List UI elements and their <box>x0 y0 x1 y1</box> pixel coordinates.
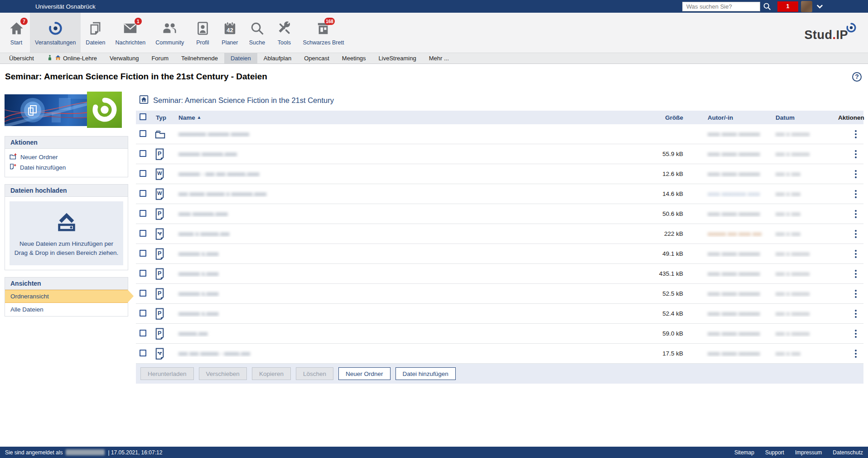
view-ordneransicht[interactable]: Ordneransicht <box>5 290 128 303</box>
tab-forum[interactable]: Forum <box>145 53 175 63</box>
row-checkbox[interactable] <box>140 270 146 277</box>
file-author-redacted[interactable]: xxxx xxxxx xxxxxxx <box>708 210 760 217</box>
row-checkbox[interactable] <box>140 170 146 177</box>
column-author[interactable]: Autor/-in <box>702 114 770 121</box>
toolbar-item-planer[interactable]: 42Planer <box>216 13 243 53</box>
row-actions-menu[interactable] <box>853 208 858 220</box>
file-name-redacted[interactable]: xxxxx x xxxxxx.xxx <box>178 230 230 237</box>
help-icon[interactable]: ? <box>852 72 862 82</box>
column-date[interactable]: Datum <box>770 114 838 121</box>
file-author-redacted[interactable]: xxxx xxxxxxxx xxxx <box>708 190 760 197</box>
action-neuer-ordner[interactable]: Neuer Ordner <box>10 152 123 162</box>
avatar[interactable] <box>801 1 812 12</box>
file-name-redacted[interactable]: xxxx xxxxxxx.xxxx <box>178 210 228 217</box>
file-author-redacted[interactable]: xxxx xxxxx xxxxxxx <box>708 151 760 157</box>
university-name[interactable]: Universität Osnabrück <box>35 3 96 10</box>
footer-link-datenschutz[interactable]: Datenschutz <box>833 449 863 456</box>
view-alle-dateien[interactable]: Alle Dateien <box>5 303 128 316</box>
row-actions-menu[interactable] <box>853 128 858 140</box>
row-checkbox[interactable] <box>140 230 146 237</box>
file-name-redacted[interactable]: xxx xxxxx xxxxxx x xxxxxxx.xxxx <box>178 190 266 197</box>
tab-mehr[interactable]: Mehr ... <box>423 53 455 63</box>
tab-opencast[interactable]: Opencast <box>298 53 336 63</box>
notification-count-badge[interactable]: 1 <box>777 1 798 12</box>
file-name-redacted[interactable]: xxxxxxx x.xxxx <box>178 270 219 277</box>
column-name[interactable]: Name ▲ <box>172 114 625 121</box>
row-checkbox[interactable] <box>140 330 146 336</box>
file-name-redacted[interactable]: xxxxxxx - xxx xxx xxxxxx.xxxx <box>178 171 260 177</box>
tab-teilnehmende[interactable]: Teilnehmende <box>175 53 224 63</box>
row-actions-menu[interactable] <box>853 308 858 320</box>
column-size[interactable]: Größe <box>625 114 702 121</box>
tab-livestreaming[interactable]: LiveStreaming <box>372 53 423 63</box>
row-checkbox[interactable] <box>140 310 146 317</box>
toolbar-item-dateien[interactable]: Dateien <box>81 13 110 53</box>
file-author-redacted[interactable]: xxxx xxxxx xxxxxxx <box>708 171 760 177</box>
file-name-redacted[interactable]: xxxxxxx x.xxxx <box>178 310 219 317</box>
footer-link-impressum[interactable]: Impressum <box>795 449 822 456</box>
row-checkbox[interactable] <box>140 190 146 197</box>
neuer-ordner-button[interactable]: Neuer Ordner <box>338 367 391 380</box>
footer-link-support[interactable]: Support <box>765 449 784 456</box>
tab-übersicht[interactable]: Übersicht <box>3 53 40 63</box>
row-actions-menu[interactable] <box>853 328 858 340</box>
row-actions-menu[interactable] <box>853 268 858 280</box>
file-name-redacted[interactable]: xxx xxx xxxxxx - xxxxx.xxx <box>178 350 250 357</box>
file-author-redacted[interactable]: xxxx xxxxx xxxxxxx <box>708 290 760 297</box>
file-size: 50.6 kB <box>625 210 702 217</box>
row-actions-menu[interactable] <box>853 168 858 180</box>
ppt-icon: P <box>154 208 172 220</box>
tab-meetings[interactable]: Meetings <box>336 53 372 63</box>
toolbar-item-community[interactable]: Community <box>150 13 189 53</box>
toolbar-item-start[interactable]: 7Start <box>3 13 30 53</box>
file-author-redacted[interactable]: xxxx xxxxx xxxxxxx <box>708 270 760 277</box>
studip-logo: Stud.IP <box>804 28 848 42</box>
tab-verwaltung[interactable]: Verwaltung <box>103 53 145 63</box>
tab-dateien[interactable]: Dateien <box>224 53 257 63</box>
row-actions-menu[interactable] <box>853 188 858 200</box>
file-author-redacted[interactable]: xxxx xxxxx xxxxxxx <box>708 131 760 137</box>
tab-online-lehre[interactable]: Online-Lehre <box>40 53 103 63</box>
toolbar-item-schwarzes-brett[interactable]: 168Schwarzes Brett <box>298 13 349 53</box>
row-checkbox[interactable] <box>140 150 146 157</box>
global-search-input[interactable] <box>682 2 760 11</box>
toolbar-item-tools[interactable]: Tools <box>270 13 298 53</box>
file-author-redacted[interactable]: xxxx xxxxx xxxxxxx <box>708 350 760 357</box>
views-box-title: Ansichten <box>5 278 128 290</box>
toolbar-item-suche[interactable]: Suche <box>243 13 270 53</box>
file-name-redacted[interactable]: xxxxxxx x.xxxx <box>178 290 219 297</box>
file-name-redacted[interactable]: xxxxxxxxx xxxxxxx xxxxxx <box>178 131 249 137</box>
file-author-redacted[interactable]: xxxx xxxxx xxxxxxx <box>708 250 760 257</box>
file-author-redacted[interactable]: xxxx xxxxx xxxxxxx <box>708 330 760 337</box>
row-actions-menu[interactable] <box>853 248 858 260</box>
row-checkbox[interactable] <box>140 290 146 297</box>
table-header: Typ Name ▲ Größe Autor/-in Datum Aktione… <box>136 111 863 124</box>
row-checkbox[interactable] <box>140 350 146 356</box>
tab-ablaufplan[interactable]: Ablaufplan <box>257 53 298 63</box>
action-datei-hinzufügen[interactable]: Datei hinzufügen <box>10 162 123 173</box>
file-size: 14.6 kB <box>625 190 702 197</box>
datei-hinzufügen-button[interactable]: Datei hinzufügen <box>395 367 456 380</box>
column-typ[interactable]: Typ <box>152 114 172 121</box>
toolbar-item-profil[interactable]: Profil <box>189 13 216 53</box>
folder-breadcrumb-label[interactable]: Seminar: American Science Fiction in the… <box>153 96 334 105</box>
search-icon[interactable] <box>760 1 774 11</box>
toolbar-item-veranstaltungen[interactable]: Veranstaltungen <box>30 13 81 53</box>
row-checkbox[interactable] <box>140 210 146 217</box>
file-name-redacted[interactable]: xxxxxxx xxxxxxx.xxxx <box>178 151 237 157</box>
file-author-redacted[interactable]: xxxx xxxxx xxxxxxx <box>708 310 760 317</box>
row-checkbox[interactable] <box>140 130 146 137</box>
select-all-checkbox[interactable] <box>140 113 146 120</box>
footer-link-sitemap[interactable]: Sitemap <box>734 449 754 456</box>
row-checkbox[interactable] <box>140 250 146 257</box>
row-actions-menu[interactable] <box>853 228 858 240</box>
row-actions-menu[interactable] <box>853 348 858 360</box>
row-actions-menu[interactable] <box>853 288 858 300</box>
file-name-redacted[interactable]: xxxxxx.xxx <box>178 330 208 337</box>
file-name-redacted[interactable]: xxxxxxx x.xxxx <box>178 250 219 257</box>
toolbar-item-nachrichten[interactable]: 1Nachrichten <box>110 13 150 53</box>
chevron-down-icon[interactable] <box>816 3 824 10</box>
row-actions-menu[interactable] <box>853 148 858 160</box>
drag-drop-zone[interactable]: Neue Dateien zum Hinzufügen per Drag & D… <box>10 201 123 265</box>
file-author-redacted[interactable]: xxxxxx xxx xxxx xxx <box>708 230 762 237</box>
